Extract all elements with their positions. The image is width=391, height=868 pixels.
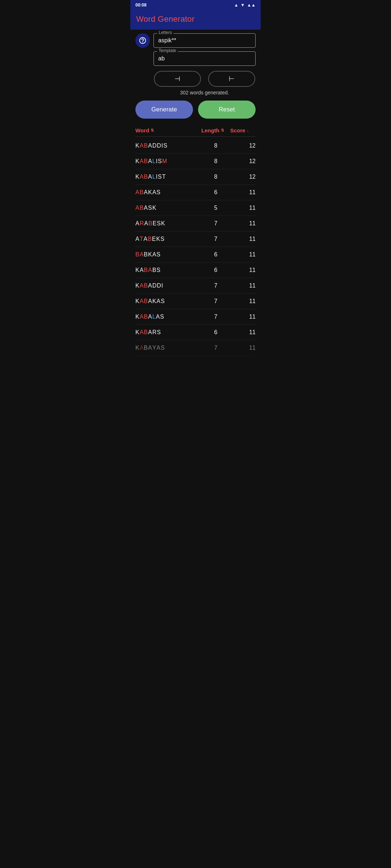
score-cell: 11 bbox=[230, 298, 256, 305]
letter: K bbox=[135, 345, 140, 351]
score-cell: 11 bbox=[230, 267, 256, 273]
letters-input-container: Letters bbox=[154, 33, 256, 48]
word-cell: KABALIST bbox=[135, 174, 201, 180]
letter: K bbox=[148, 251, 152, 258]
length-cell: 6 bbox=[201, 189, 230, 196]
table-header: Word ⇅ Length ⇅ Score ↓ bbox=[135, 125, 256, 137]
length-cell: 7 bbox=[201, 236, 230, 242]
letter: A bbox=[140, 345, 144, 351]
arrow-right-button[interactable]: ⊢ bbox=[208, 71, 255, 87]
letter: A bbox=[148, 158, 152, 165]
letter: A bbox=[140, 251, 144, 258]
word-row[interactable]: ABAKAS611 bbox=[135, 185, 256, 200]
word-cell: KABABS bbox=[135, 267, 201, 273]
length-cell: 7 bbox=[201, 220, 230, 227]
letter: A bbox=[152, 189, 157, 196]
help-button[interactable] bbox=[135, 33, 150, 48]
status-icons: ▲ ▼ ▲▲ bbox=[234, 3, 256, 8]
score-cell: 12 bbox=[230, 158, 256, 165]
arrow-row: ⊣ ⊢ bbox=[135, 71, 256, 87]
score-sort-icon: ↓ bbox=[247, 128, 249, 133]
main-content: Letters Template ⊣ ⊢ 302 words generated… bbox=[130, 30, 261, 356]
letter: K bbox=[135, 314, 140, 320]
letter: M bbox=[162, 158, 167, 165]
letter: A bbox=[135, 189, 140, 196]
letter: B bbox=[148, 220, 153, 227]
letter: B bbox=[144, 345, 148, 351]
signal-icon: ▲▲ bbox=[247, 3, 256, 8]
letter: A bbox=[148, 329, 152, 336]
score-cell: 11 bbox=[230, 329, 256, 336]
word-cell: BABKAS bbox=[135, 251, 201, 258]
arrow-left-button[interactable]: ⊣ bbox=[154, 71, 201, 87]
letter: L bbox=[152, 174, 156, 180]
word-cell: KABALAS bbox=[135, 314, 201, 320]
letter: K bbox=[135, 158, 140, 165]
word-column-label: Word bbox=[135, 127, 149, 133]
letter: A bbox=[140, 282, 144, 289]
letter: B bbox=[144, 267, 148, 273]
letter: B bbox=[144, 142, 148, 149]
letter: A bbox=[140, 174, 144, 180]
score-cell: 11 bbox=[230, 189, 256, 196]
letter: R bbox=[152, 329, 157, 336]
column-score[interactable]: Score ↓ bbox=[230, 127, 256, 133]
generate-button[interactable]: Generate bbox=[135, 101, 193, 119]
letter: B bbox=[140, 189, 144, 196]
word-row[interactable]: BABKAS611 bbox=[135, 247, 256, 263]
word-row[interactable]: KABARS611 bbox=[135, 325, 256, 340]
length-cell: 7 bbox=[201, 345, 230, 351]
letter: S bbox=[156, 267, 161, 273]
letter: B bbox=[144, 329, 148, 336]
letter: D bbox=[152, 142, 157, 149]
letter: A bbox=[140, 314, 144, 320]
letter: S bbox=[156, 189, 161, 196]
letter: A bbox=[148, 314, 152, 320]
word-row[interactable]: KABADDIS812 bbox=[135, 138, 256, 154]
letter: A bbox=[156, 314, 160, 320]
app-bar: Word Generator bbox=[130, 10, 261, 30]
letter: L bbox=[152, 314, 156, 320]
letter: B bbox=[140, 205, 144, 211]
letter: A bbox=[148, 142, 152, 149]
word-row[interactable]: KABADDI711 bbox=[135, 278, 256, 294]
arrow-left-icon: ⊣ bbox=[175, 75, 180, 83]
word-cell: ATABEKS bbox=[135, 236, 201, 242]
notification-icon: ▲ bbox=[234, 3, 238, 8]
letter: K bbox=[152, 205, 157, 211]
reset-button[interactable]: Reset bbox=[198, 101, 256, 119]
letters-input[interactable] bbox=[154, 33, 256, 48]
letter: A bbox=[140, 142, 144, 149]
letters-label: Letters bbox=[157, 30, 173, 35]
letters-row: Letters bbox=[135, 33, 256, 48]
score-column-label: Score bbox=[230, 127, 245, 133]
length-column-label: Length bbox=[201, 127, 219, 133]
word-row[interactable]: KABABS611 bbox=[135, 263, 256, 278]
letter: A bbox=[135, 236, 140, 242]
letter: S bbox=[161, 298, 165, 305]
word-row[interactable]: KABALIST812 bbox=[135, 169, 256, 185]
template-input[interactable] bbox=[154, 51, 256, 66]
column-length[interactable]: Length ⇅ bbox=[201, 127, 230, 133]
help-icon bbox=[139, 37, 147, 44]
column-word[interactable]: Word ⇅ bbox=[135, 127, 201, 133]
length-cell: 8 bbox=[201, 158, 230, 165]
letter: B bbox=[144, 282, 148, 289]
word-row[interactable]: KABAYAS711 bbox=[135, 340, 256, 356]
word-row[interactable]: ATABEKS711 bbox=[135, 231, 256, 247]
arrow-right-icon: ⊢ bbox=[229, 75, 235, 83]
word-row[interactable]: KABALISM812 bbox=[135, 154, 256, 169]
word-row[interactable]: ABASK511 bbox=[135, 200, 256, 216]
letter: D bbox=[152, 282, 157, 289]
letter: A bbox=[148, 345, 152, 351]
letter: S bbox=[158, 158, 162, 165]
letter: S bbox=[156, 251, 161, 258]
letter: L bbox=[152, 158, 156, 165]
letter: A bbox=[144, 220, 148, 227]
word-row[interactable]: ARABESK711 bbox=[135, 216, 256, 231]
word-row[interactable]: KABALAS711 bbox=[135, 309, 256, 325]
word-row[interactable]: KABAKAS711 bbox=[135, 294, 256, 309]
template-input-container: Template bbox=[154, 51, 256, 66]
word-cell: KABAKAS bbox=[135, 298, 201, 305]
letter: D bbox=[157, 142, 161, 149]
